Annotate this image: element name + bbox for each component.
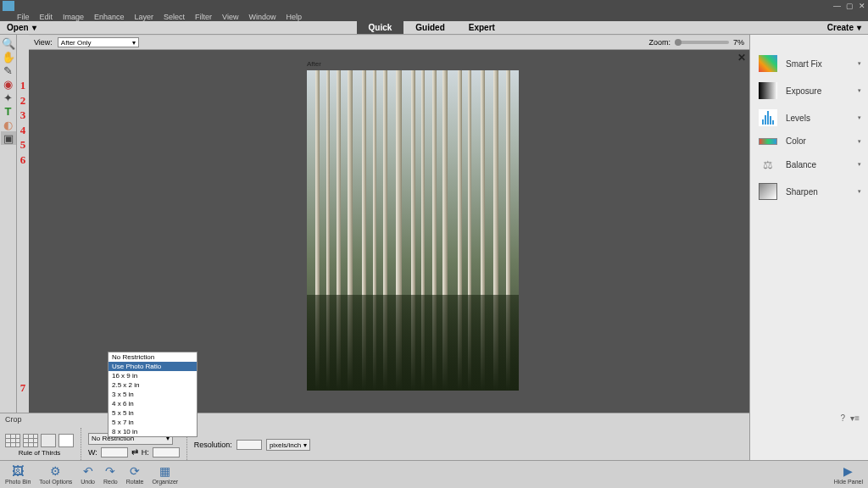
maximize-button[interactable]: ▢ bbox=[846, 2, 854, 10]
panel-color[interactable]: Color ▾ bbox=[750, 131, 868, 151]
tab-guided[interactable]: Guided bbox=[403, 21, 456, 34]
organizer-label: Organizer bbox=[152, 479, 178, 485]
zoom-value: 7% bbox=[733, 38, 744, 47]
menu-edit[interactable]: Edit bbox=[40, 13, 53, 21]
open-button[interactable]: Open ▾ bbox=[0, 23, 43, 32]
aspect-ratio-option[interactable]: 16 x 9 in bbox=[108, 371, 197, 380]
view-bar: View: After Only ▾ Zoom: 7% bbox=[29, 35, 749, 50]
levels-icon bbox=[759, 109, 777, 126]
hide-panel-button[interactable]: ▶Hide Panel bbox=[834, 464, 863, 485]
app-icon bbox=[3, 1, 14, 11]
menu-filter[interactable]: Filter bbox=[195, 13, 212, 21]
panel-levels[interactable]: Levels ▾ bbox=[750, 104, 868, 131]
menu-select[interactable]: Select bbox=[164, 13, 185, 21]
undo-button[interactable]: ↶Undo bbox=[81, 464, 95, 485]
title-bar: — ▢ ✕ bbox=[0, 0, 868, 12]
close-document-button[interactable]: ✕ bbox=[737, 52, 746, 64]
annotation-7: 7 bbox=[20, 381, 26, 395]
rotate-button[interactable]: ⟳Rotate bbox=[126, 464, 144, 485]
hide-panel-label: Hide Panel bbox=[834, 479, 863, 485]
chevron-down-icon: ▾ bbox=[858, 161, 861, 168]
organizer-button[interactable]: ▦Organizer bbox=[152, 464, 178, 485]
aspect-ratio-option[interactable]: 2.5 x 2 in bbox=[108, 380, 197, 390]
panel-menu-icon[interactable]: ▾≡ bbox=[850, 413, 860, 423]
zoom-tool[interactable]: 🔍 bbox=[1, 36, 16, 50]
chevron-down-icon: ▾ bbox=[32, 23, 36, 32]
hand-tool[interactable]: ✋ bbox=[1, 50, 16, 64]
quick-select-tool[interactable]: ✎ bbox=[1, 64, 16, 77]
annotation-5: 5 bbox=[20, 138, 26, 152]
whiten-teeth-tool[interactable]: ✦ bbox=[1, 91, 16, 104]
aspect-ratio-option[interactable]: No Restriction bbox=[108, 352, 197, 362]
image-preview[interactable] bbox=[307, 70, 519, 391]
create-label: Create bbox=[827, 23, 854, 32]
balance-icon: ⚖ bbox=[759, 156, 777, 173]
resolution-unit-select[interactable]: pixels/inch ▾ bbox=[266, 439, 310, 451]
rotate-label: Rotate bbox=[126, 479, 144, 485]
aspect-ratio-popup: No RestrictionUse Photo Ratio16 x 9 in2.… bbox=[108, 352, 198, 437]
crop-tool[interactable]: ▣ bbox=[1, 131, 16, 145]
panel-exposure[interactable]: Exposure ▾ bbox=[750, 77, 868, 104]
menu-layer[interactable]: Layer bbox=[135, 13, 154, 21]
aspect-ratio-option[interactable]: 4 x 6 in bbox=[108, 399, 197, 408]
tab-expert[interactable]: Expert bbox=[457, 21, 507, 34]
zoom-label: Zoom: bbox=[648, 38, 670, 47]
height-input[interactable] bbox=[153, 447, 180, 458]
organizer-icon: ▦ bbox=[159, 464, 170, 478]
overlay-thirds-2[interactable] bbox=[23, 434, 38, 447]
undo-icon: ↶ bbox=[83, 464, 93, 478]
panel-sharpen[interactable]: Sharpen ▾ bbox=[750, 178, 868, 205]
zoom-slider[interactable] bbox=[675, 41, 729, 44]
view-dropdown[interactable]: After Only ▾ bbox=[58, 37, 139, 47]
aspect-ratio-option[interactable]: 8 x 10 in bbox=[108, 427, 197, 436]
chevron-down-icon: ▾ bbox=[858, 87, 861, 94]
redo-button[interactable]: ↷Redo bbox=[103, 464, 118, 485]
tool-strip: 🔍 ✋ ✎ ◉ ✦ T ◐ ▣ bbox=[0, 35, 17, 460]
after-label: After bbox=[307, 60, 321, 68]
photo-bin-button[interactable]: 🖼Photo Bin bbox=[5, 464, 31, 485]
spot-heal-tool[interactable]: ◐ bbox=[1, 118, 16, 131]
width-input[interactable] bbox=[101, 447, 128, 458]
annotation-6: 6 bbox=[20, 153, 26, 167]
swap-icon[interactable]: ⇄ bbox=[131, 447, 138, 457]
resolution-input[interactable] bbox=[236, 440, 262, 450]
chevron-down-icon: ▾ bbox=[857, 23, 861, 32]
zoom-thumb[interactable] bbox=[675, 39, 682, 46]
exposure-label: Exposure bbox=[786, 86, 821, 96]
close-button[interactable]: ✕ bbox=[859, 2, 865, 10]
color-label: Color bbox=[786, 136, 806, 146]
aspect-ratio-option[interactable]: 3 x 5 in bbox=[108, 390, 197, 399]
menu-enhance[interactable]: Enhance bbox=[94, 13, 125, 21]
redo-icon: ↷ bbox=[105, 464, 115, 478]
tool-options-icon: ⚙ bbox=[50, 464, 61, 478]
help-icons: ? ▾≡ bbox=[841, 413, 860, 423]
overlay-thirds-1[interactable] bbox=[5, 434, 20, 447]
sharpen-label: Sharpen bbox=[786, 187, 818, 197]
create-button[interactable]: Create ▾ bbox=[821, 23, 868, 32]
menu-file[interactable]: File bbox=[17, 13, 30, 21]
bottom-bar: 🖼Photo Bin ⚙Tool Options ↶Undo ↷Redo ⟳Ro… bbox=[0, 460, 868, 488]
chevron-down-icon: ▾ bbox=[858, 60, 861, 67]
minimize-button[interactable]: — bbox=[833, 2, 841, 10]
menu-bar: File Edit Image Enhance Layer Select Fil… bbox=[0, 12, 868, 21]
aspect-ratio-option[interactable]: 5 x 7 in bbox=[108, 418, 197, 427]
help-icon[interactable]: ? bbox=[841, 413, 846, 423]
tab-quick[interactable]: Quick bbox=[357, 21, 404, 34]
menu-window[interactable]: Window bbox=[248, 13, 275, 21]
menu-view[interactable]: View bbox=[222, 13, 238, 21]
tool-options-button[interactable]: ⚙Tool Options bbox=[39, 464, 72, 485]
type-tool[interactable]: T bbox=[1, 104, 16, 118]
menu-help[interactable]: Help bbox=[286, 13, 302, 21]
overlay-none[interactable] bbox=[58, 434, 74, 447]
aspect-ratio-option[interactable]: 5 x 5 in bbox=[108, 408, 197, 418]
panel-smart-fix[interactable]: Smart Fix ▾ bbox=[750, 50, 868, 77]
menu-image[interactable]: Image bbox=[63, 13, 84, 21]
right-panel: Smart Fix ▾ Exposure ▾ Levels ▾ Color ▾ … bbox=[749, 35, 868, 460]
panel-balance[interactable]: ⚖ Balance ▾ bbox=[750, 151, 868, 178]
hide-panel-icon: ▶ bbox=[843, 464, 853, 478]
tool-options-label: Tool Options bbox=[39, 479, 72, 485]
overlay-golden[interactable] bbox=[41, 434, 56, 447]
window-controls: — ▢ ✕ bbox=[833, 2, 865, 10]
redeye-tool[interactable]: ◉ bbox=[1, 77, 16, 91]
aspect-ratio-option[interactable]: Use Photo Ratio bbox=[108, 362, 197, 371]
